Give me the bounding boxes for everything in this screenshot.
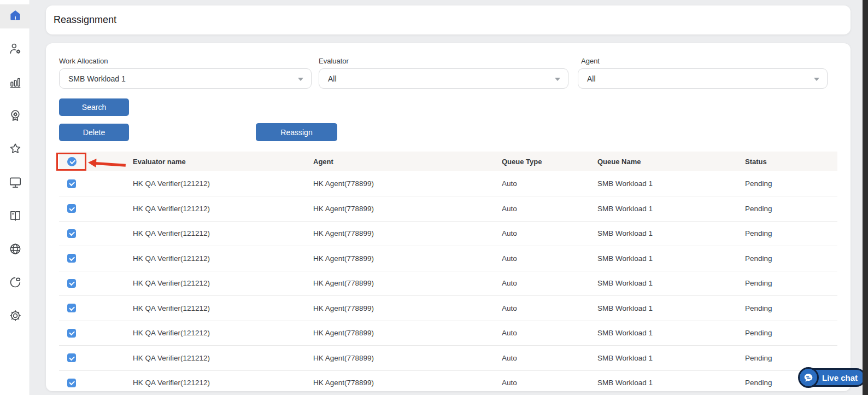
column-header-queue-name: Queue Name <box>592 152 740 171</box>
table-row: HK QA Verifier(121212) HK Agent(778899) … <box>59 346 837 371</box>
row-checkbox[interactable] <box>67 379 76 387</box>
cell-status: Pending <box>740 296 837 321</box>
cell-queue-name: SMB Workload 1 <box>592 346 740 371</box>
reassign-button[interactable]: Reassign <box>256 123 337 141</box>
cell-queue-type: Auto <box>496 171 592 196</box>
cell-queue-name: SMB Workload 1 <box>592 321 740 346</box>
sidebar-item-book[interactable] <box>0 205 30 229</box>
star-icon <box>8 142 22 158</box>
cell-agent: HK Agent(778899) <box>308 221 496 246</box>
work-allocation-value: SMB Workload 1 <box>68 74 126 83</box>
table-row: HK QA Verifier(121212) HK Agent(778899) … <box>59 171 837 196</box>
row-checkbox[interactable] <box>67 304 76 312</box>
cell-queue-name: SMB Workload 1 <box>592 271 740 296</box>
cell-agent: HK Agent(778899) <box>308 370 496 391</box>
quality-badge-icon <box>8 108 22 125</box>
evaluator-dropdown[interactable]: All <box>319 68 568 89</box>
column-header-evaluator: Evaluator name <box>127 152 308 171</box>
cell-evaluator: HK QA Verifier(121212) <box>127 346 308 371</box>
home-icon <box>8 8 22 25</box>
sidebar-item-user-settings[interactable] <box>0 38 30 62</box>
sidebar-item-quality-badge[interactable] <box>0 104 30 129</box>
cell-evaluator: HK QA Verifier(121212) <box>127 271 308 296</box>
agent-dropdown[interactable]: All <box>578 68 828 89</box>
cell-queue-type: Auto <box>496 296 592 321</box>
book-icon <box>8 208 22 225</box>
sidebar-item-star[interactable] <box>0 138 30 162</box>
cell-status: Pending <box>740 271 837 296</box>
evaluator-label: Evaluator <box>319 57 349 65</box>
cell-queue-name: SMB Workload 1 <box>592 221 740 246</box>
cell-evaluator: HK QA Verifier(121212) <box>127 321 308 346</box>
column-header-agent: Agent <box>308 152 496 171</box>
row-checkbox[interactable] <box>67 279 76 288</box>
cell-status: Pending <box>740 321 837 346</box>
column-header-queue-type: Queue Type <box>496 152 592 171</box>
cell-queue-name: SMB Workload 1 <box>592 370 740 391</box>
cell-queue-type: Auto <box>496 370 592 391</box>
sidebar-item-monitor[interactable] <box>0 171 30 195</box>
bar-chart-icon <box>8 75 22 91</box>
cell-status: Pending <box>740 196 837 222</box>
sidebar-item-gear[interactable] <box>0 305 30 329</box>
select-all-checkbox[interactable] <box>67 157 77 166</box>
cell-queue-name: SMB Workload 1 <box>592 296 740 321</box>
cell-evaluator: HK QA Verifier(121212) <box>127 296 308 321</box>
page-title: Reassignment <box>54 14 116 26</box>
table-row: HK QA Verifier(121212) HK Agent(778899) … <box>59 221 837 246</box>
table-row: HK QA Verifier(121212) HK Agent(778899) … <box>59 370 837 391</box>
delete-button[interactable]: Delete <box>59 124 129 141</box>
cell-queue-type: Auto <box>496 321 592 346</box>
evaluator-value: All <box>328 74 337 83</box>
live-chat-widget[interactable]: Live chat <box>767 362 866 388</box>
cell-queue-type: Auto <box>496 346 592 371</box>
globe-icon <box>8 242 22 258</box>
cell-queue-type: Auto <box>496 271 592 296</box>
sidebar-item-globe[interactable] <box>0 238 30 262</box>
search-button[interactable]: Search <box>59 98 129 116</box>
column-header-status: Status <box>740 152 837 171</box>
cell-evaluator: HK QA Verifier(121212) <box>127 246 308 271</box>
live-chat-label: Live chat <box>822 373 858 382</box>
cell-evaluator: HK QA Verifier(121212) <box>127 370 308 391</box>
table-row: HK QA Verifier(121212) HK Agent(778899) … <box>59 196 837 222</box>
cell-agent: HK Agent(778899) <box>308 246 496 271</box>
sidebar-item-home[interactable] <box>0 4 30 28</box>
content-card: Work Allocation Evaluator Agent SMB Work… <box>46 43 851 391</box>
table-row: HK QA Verifier(121212) HK Agent(778899) … <box>59 296 837 321</box>
user-settings-icon <box>8 42 22 58</box>
row-checkbox[interactable] <box>67 254 76 263</box>
cell-agent: HK Agent(778899) <box>308 321 496 346</box>
cell-queue-name: SMB Workload 1 <box>592 171 740 196</box>
cell-evaluator: HK QA Verifier(121212) <box>127 196 308 222</box>
reassignment-table: Evaluator name Agent Queue Type Queue Na… <box>59 152 837 391</box>
chevron-down-icon <box>298 78 303 81</box>
cell-queue-name: SMB Workload 1 <box>592 196 740 222</box>
cell-agent: HK Agent(778899) <box>308 296 496 321</box>
scrollbar-track[interactable] <box>863 0 868 395</box>
row-checkbox[interactable] <box>67 329 76 338</box>
pie-chart-icon <box>8 275 22 292</box>
row-checkbox[interactable] <box>67 353 76 362</box>
table-row: HK QA Verifier(121212) HK Agent(778899) … <box>59 321 837 346</box>
chevron-down-icon <box>555 78 560 81</box>
cell-queue-type: Auto <box>496 221 592 246</box>
chat-bubble-icon[interactable] <box>798 367 819 388</box>
cell-status: Pending <box>740 171 837 196</box>
cell-agent: HK Agent(778899) <box>308 171 496 196</box>
table-header-row: Evaluator name Agent Queue Type Queue Na… <box>59 152 837 171</box>
sidebar-item-pie-chart[interactable] <box>0 271 30 295</box>
cell-agent: HK Agent(778899) <box>308 346 496 371</box>
cell-evaluator: HK QA Verifier(121212) <box>127 171 308 196</box>
cell-status: Pending <box>740 221 837 246</box>
work-allocation-label: Work Allocation <box>59 57 108 65</box>
agent-label: Agent <box>581 57 600 65</box>
work-allocation-dropdown[interactable]: SMB Workload 1 <box>59 68 312 89</box>
row-checkbox[interactable] <box>67 204 76 213</box>
cell-status: Pending <box>740 246 837 271</box>
row-checkbox[interactable] <box>67 179 76 188</box>
title-card: Reassignment <box>46 5 851 34</box>
cell-evaluator: HK QA Verifier(121212) <box>127 221 308 246</box>
sidebar-item-bar-chart[interactable] <box>0 71 30 95</box>
row-checkbox[interactable] <box>67 229 76 238</box>
